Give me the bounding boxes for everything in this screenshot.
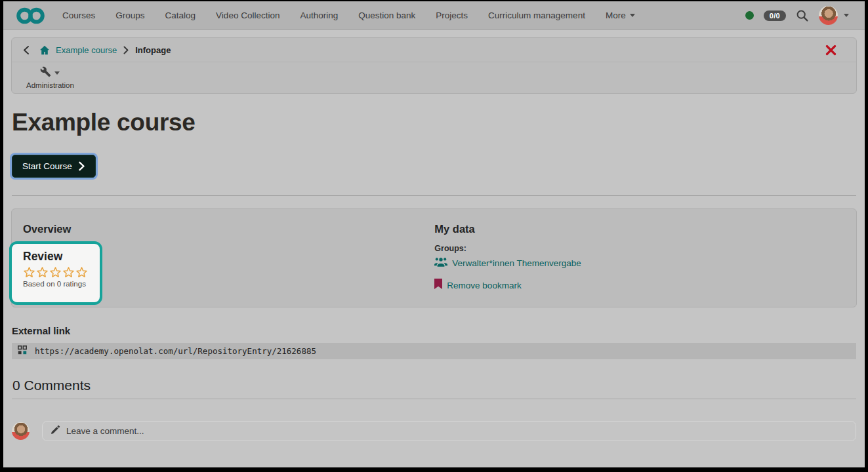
pencil-icon: [51, 425, 60, 437]
commenter-avatar: [12, 422, 30, 440]
course-toolbar-container: Example course Infopage: [11, 37, 857, 94]
close-icon[interactable]: [825, 45, 846, 56]
comment-input[interactable]: [66, 426, 848, 436]
search-icon[interactable]: [796, 9, 809, 22]
nav-item-projects[interactable]: Projects: [436, 10, 468, 20]
star-icon[interactable]: [75, 266, 88, 279]
navbar-right-cluster: 0/0: [745, 6, 849, 25]
openolat-logo-icon[interactable]: [16, 6, 45, 26]
groups-label: Groups:: [434, 244, 856, 253]
chevron-down-icon: [630, 14, 635, 17]
user-menu[interactable]: [819, 6, 849, 25]
rating-caption: Based on 0 ratings: [23, 280, 100, 288]
nav-item-curriculum-management[interactable]: Curriculum management: [488, 10, 585, 20]
nav-item-courses[interactable]: Courses: [62, 10, 95, 20]
group-link-row[interactable]: Verwalter*innen Themenvergabe: [434, 257, 856, 269]
new-comment-row: [12, 421, 856, 441]
nav-item-groups[interactable]: Groups: [115, 10, 144, 20]
top-navbar: Courses Groups Catalog Video Collection …: [3, 1, 865, 30]
comments-heading: 0 Comments: [12, 378, 856, 393]
nav-item-question-bank[interactable]: Question bank: [358, 10, 415, 20]
qr-code-icon: [18, 345, 27, 357]
comment-input-wrapper[interactable]: [42, 421, 856, 441]
app-window: Courses Groups Catalog Video Collection …: [3, 1, 865, 467]
external-link-heading: External link: [12, 325, 856, 336]
chevron-right-icon: [123, 46, 129, 54]
nav-more-label: More: [606, 10, 626, 20]
comments-section: 0 Comments: [12, 378, 856, 441]
page-title: Example course: [12, 109, 865, 136]
back-chevron-icon[interactable]: [22, 45, 31, 55]
presence-status-icon: [745, 11, 754, 20]
overview-column: Overview Review Based on 0 ratings: [12, 209, 430, 307]
start-course-label: Start Course: [22, 161, 72, 171]
my-data-column: My data Groups: Verwalt: [430, 209, 856, 307]
chevron-down-icon: [844, 14, 849, 17]
nav-item-more[interactable]: More: [606, 10, 635, 20]
start-course-button[interactable]: Start Course: [12, 155, 96, 178]
course-tools-bar: Administration: [12, 62, 856, 93]
star-icon[interactable]: [49, 266, 62, 279]
chevron-down-icon: [54, 71, 60, 75]
home-icon[interactable]: [39, 45, 50, 55]
star-rating[interactable]: [23, 266, 100, 279]
nav-item-catalog[interactable]: Catalog: [165, 10, 196, 20]
review-heading: Review: [23, 250, 100, 264]
assessment-count-badge[interactable]: 0/0: [764, 10, 786, 21]
nav-item-video-collection[interactable]: Video Collection: [216, 10, 279, 20]
user-avatar[interactable]: [819, 6, 838, 25]
course-info-panel: Overview Review Based on 0 ratings My da…: [11, 208, 857, 307]
my-data-heading: My data: [434, 223, 856, 235]
comments-divider: [12, 399, 856, 399]
chevron-right-icon: [78, 161, 85, 171]
bookmark-link-row[interactable]: Remove bookmark: [434, 279, 856, 292]
administration-menu[interactable]: Administration: [26, 66, 74, 89]
users-icon: [434, 257, 447, 269]
group-link[interactable]: Verwalter*innen Themenvergabe: [452, 258, 581, 268]
star-icon[interactable]: [62, 266, 75, 279]
star-icon[interactable]: [36, 266, 49, 279]
section-divider: [12, 195, 856, 196]
external-link-section: External link https://academy.openolat.c…: [12, 325, 856, 359]
bookmark-icon: [434, 279, 442, 292]
wrench-icon: [40, 66, 51, 80]
remove-bookmark-link[interactable]: Remove bookmark: [447, 281, 521, 290]
review-highlight-card: Review Based on 0 ratings: [9, 241, 102, 305]
breadcrumb: Example course Infopage: [12, 38, 856, 62]
nav-menu: Courses Groups Catalog Video Collection …: [62, 10, 635, 20]
administration-label: Administration: [26, 81, 74, 89]
external-link-bar[interactable]: https://academy.openolat.com/url/Reposit…: [12, 343, 856, 359]
breadcrumb-current-page[interactable]: Infopage: [135, 45, 171, 55]
external-link-url[interactable]: https://academy.openolat.com/url/Reposit…: [35, 346, 316, 356]
nav-item-authoring[interactable]: Authoring: [300, 10, 338, 20]
breadcrumb-course-link[interactable]: Example course: [56, 45, 117, 55]
overview-heading: Overview: [23, 223, 430, 235]
star-icon[interactable]: [23, 266, 35, 279]
